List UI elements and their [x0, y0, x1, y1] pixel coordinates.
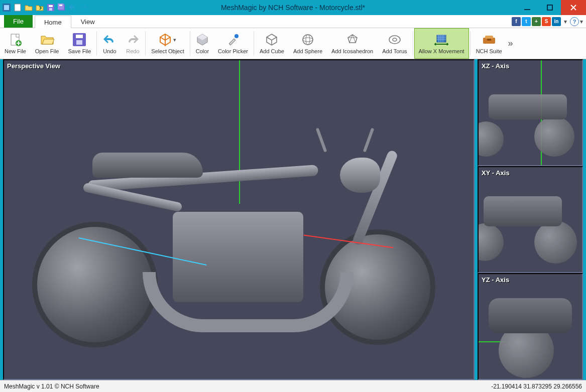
- select-object-button[interactable]: ▾ Select Object: [147, 28, 188, 59]
- sphere-icon: [302, 33, 314, 47]
- redo-icon: [126, 33, 140, 47]
- tool-label: New File: [5, 48, 26, 54]
- tool-label: Allow X Movement: [419, 48, 464, 54]
- nch-suite-button[interactable]: NCH Suite: [472, 28, 507, 59]
- svg-rect-2: [15, 4, 21, 11]
- viewport-label: YZ - Axis: [482, 276, 509, 284]
- svg-rect-15: [76, 40, 82, 45]
- maximize-button[interactable]: [538, 0, 561, 15]
- quick-access-toolbar: [0, 3, 88, 12]
- svg-point-16: [235, 34, 239, 38]
- add-torus-button[interactable]: Add Torus: [378, 28, 411, 59]
- tool-label: Redo: [126, 48, 139, 54]
- add-cube-button[interactable]: Add Cube: [255, 28, 289, 59]
- new-file-button[interactable]: New File: [0, 28, 31, 59]
- yz-viewport[interactable]: YZ - Axis: [478, 273, 583, 380]
- google-plus-icon[interactable]: +: [532, 17, 541, 26]
- svg-rect-22: [437, 35, 446, 42]
- torus-icon: [388, 33, 401, 47]
- tab-home[interactable]: Home: [35, 16, 71, 28]
- twitter-icon[interactable]: t: [522, 17, 531, 26]
- qa-save-icon[interactable]: [46, 3, 55, 12]
- toolbar-overflow-button[interactable]: »: [507, 28, 515, 59]
- svg-point-20: [389, 36, 400, 44]
- icosahedron-icon: [346, 33, 359, 47]
- add-sphere-button[interactable]: Add Sphere: [289, 28, 327, 59]
- separator: [254, 31, 254, 56]
- model-render: [32, 117, 445, 347]
- tool-label: Add Sphere: [293, 48, 322, 54]
- color-button[interactable]: Color: [191, 28, 213, 59]
- status-version-text: MeshMagic v 1.01 © NCH Software: [4, 383, 99, 390]
- viewport-label: XY - Axis: [482, 169, 510, 177]
- ribbon-tabs-row: File Home View f t + S in ▾ ? ▾: [0, 15, 586, 28]
- title-bar: MeshMagic by NCH Software - Motorcycle.s…: [0, 0, 586, 15]
- dropdown-icon[interactable]: ▾: [562, 18, 569, 25]
- workspace: Perspective View XZ - Axis: [0, 59, 586, 380]
- nch-suite-icon: [482, 33, 496, 47]
- tool-label: Select Object: [151, 48, 184, 54]
- toolbar: New File Open File Save File Undo Redo ▾…: [0, 28, 586, 59]
- add-icosahedron-button[interactable]: Add Icosahedron: [327, 28, 378, 59]
- help-icon[interactable]: ?: [570, 17, 579, 26]
- tool-label: Open File: [35, 48, 59, 54]
- stumbleupon-icon[interactable]: S: [542, 17, 551, 26]
- tool-label: Add Icosahedron: [331, 48, 373, 54]
- tool-label: Add Torus: [382, 48, 407, 54]
- tab-view[interactable]: View: [71, 15, 104, 28]
- qa-open-icon[interactable]: [24, 3, 33, 12]
- qa-export-icon[interactable]: [35, 3, 44, 12]
- viewport-label: Perspective View: [7, 62, 60, 70]
- status-bar: MeshMagic v 1.01 © NCH Software -21.1904…: [0, 380, 586, 392]
- undo-button[interactable]: Undo: [98, 28, 121, 59]
- svg-rect-14: [76, 35, 83, 38]
- xz-viewport[interactable]: XZ - Axis: [478, 59, 583, 166]
- perspective-viewport[interactable]: Perspective View: [3, 59, 475, 380]
- status-coordinates: -21.190414 31.873295 29.266556: [491, 383, 582, 390]
- save-file-button[interactable]: Save File: [64, 28, 96, 59]
- separator: [190, 31, 190, 56]
- svg-rect-9: [524, 9, 530, 10]
- new-file-icon: [9, 33, 22, 47]
- svg-rect-7: [58, 4, 64, 10]
- qa-undo-icon[interactable]: [68, 3, 77, 12]
- open-file-button[interactable]: Open File: [31, 28, 64, 59]
- tool-label: Add Cube: [260, 48, 284, 54]
- tool-label: NCH Suite: [476, 48, 502, 54]
- file-tab[interactable]: File: [4, 15, 33, 28]
- svg-point-17: [303, 35, 313, 45]
- color-picker-button[interactable]: Color Picker: [213, 28, 253, 59]
- minimize-button[interactable]: [516, 0, 538, 15]
- allow-x-movement-button[interactable]: Allow X Movement: [414, 28, 469, 59]
- svg-rect-8: [59, 5, 62, 6]
- separator: [145, 31, 146, 56]
- facebook-icon[interactable]: f: [512, 17, 521, 26]
- qa-redo-icon[interactable]: [79, 3, 88, 12]
- linkedin-icon[interactable]: in: [552, 17, 561, 26]
- chevron-down-icon: ▾: [173, 37, 176, 43]
- tool-label: Color Picker: [218, 48, 248, 54]
- help-dropdown-icon[interactable]: ▾: [580, 18, 583, 25]
- qa-new-icon[interactable]: [13, 3, 22, 12]
- redo-button[interactable]: Redo: [121, 28, 144, 59]
- allow-x-icon: [434, 33, 449, 47]
- save-file-icon: [73, 33, 86, 47]
- tool-label: Save File: [68, 48, 91, 54]
- xy-viewport[interactable]: XY - Axis: [478, 166, 583, 273]
- cube-icon: [266, 33, 278, 47]
- app-icon: [2, 3, 11, 12]
- viewport-label: XZ - Axis: [482, 62, 509, 70]
- tool-label: Color: [196, 48, 209, 54]
- color-picker-icon: [227, 33, 239, 47]
- svg-rect-10: [547, 5, 552, 10]
- undo-icon: [102, 33, 116, 47]
- color-icon: [196, 33, 208, 47]
- close-button[interactable]: [561, 0, 586, 15]
- svg-rect-5: [49, 8, 52, 11]
- svg-rect-4: [49, 5, 53, 7]
- ribbon-right-icons: f t + S in ▾ ? ▾: [512, 15, 586, 28]
- window-controls: [516, 0, 586, 15]
- separator: [413, 31, 413, 56]
- qa-save-all-icon[interactable]: [57, 3, 66, 12]
- svg-point-18: [303, 38, 313, 42]
